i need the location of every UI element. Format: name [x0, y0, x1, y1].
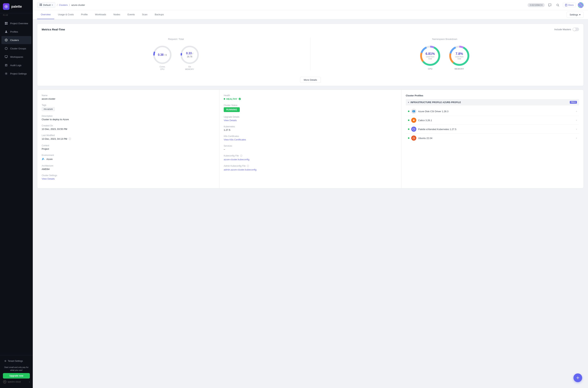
environment-text: Azure: [46, 158, 53, 161]
architecture-row: Architecture AMD64: [42, 165, 215, 170]
settings-button[interactable]: Settings ▾: [566, 12, 584, 18]
sidebar-label-project-settings: Project Settings: [10, 72, 27, 75]
cpu-total: / 8: [164, 54, 167, 56]
ms-azure-tag: ms-azure: [42, 107, 55, 111]
search-button[interactable]: [555, 2, 561, 8]
svg-point-46: [413, 138, 413, 139]
detail-col-2: Health HEALTHY Cluster Status RUNNING: [219, 90, 401, 188]
tab-nodes[interactable]: Nodes: [110, 10, 124, 19]
palette-k8s-chevron-icon: ›: [576, 128, 577, 130]
cluster-status-row: Cluster Status RUNNING: [224, 104, 397, 112]
svg-point-6: [6, 31, 7, 32]
include-masters-switch[interactable]: [572, 27, 579, 31]
name-row: Name azure-cluster: [42, 94, 215, 100]
svg-rect-16: [41, 4, 42, 4]
ns-cpu-donut: 6.81% Used from total: [419, 45, 441, 67]
settings-chevron-icon: ▾: [579, 13, 581, 16]
tab-events[interactable]: Events: [124, 10, 138, 19]
docs-button[interactable]: Docs: [563, 3, 576, 7]
description-label: Description: [42, 115, 215, 117]
sidebar-item-cluster-groups[interactable]: Cluster Groups: [1, 45, 31, 52]
kubeconfig-link[interactable]: azure-cluster.kubeconfig: [224, 158, 397, 161]
cluster-settings-row: Cluster Settings View Details: [42, 174, 215, 180]
tab-usage-costs[interactable]: Usage & Costs: [54, 10, 77, 19]
sidebar-item-project-overview[interactable]: Project Overview: [1, 19, 31, 27]
sidebar-item-project-settings[interactable]: Project Settings: [1, 70, 31, 78]
svg-rect-15: [40, 4, 41, 4]
fab-button[interactable]: [573, 373, 582, 382]
name-label: Name: [42, 94, 215, 97]
workspace-selector[interactable]: Default ▾: [37, 2, 55, 8]
sidebar-collapse-icon[interactable]: ‹: [29, 380, 30, 383]
profile-item-azure-disk[interactable]: Azure Disk CSI Driver 1.28.3 ›: [406, 107, 579, 116]
memory-axis-label: MEMORY: [185, 68, 194, 70]
sidebar-item-workspaces[interactable]: Workspaces: [1, 53, 31, 61]
cluster-groups-icon: [4, 47, 8, 50]
sidebar-item-clusters[interactable]: Clusters: [1, 36, 31, 44]
svg-rect-17: [40, 5, 41, 6]
upgrade-details-link[interactable]: View Details: [224, 119, 397, 122]
include-masters-toggle: Include Masters: [554, 27, 579, 31]
svg-marker-9: [5, 47, 7, 50]
workspace-label: Default: [43, 4, 51, 6]
sidebar-tenant-settings[interactable]: ⚙ Tenant Settings: [3, 358, 30, 364]
description-value: Cluster to deploy to Azure: [42, 118, 215, 121]
cluster-status-label: Cluster Status: [224, 104, 397, 107]
profile-item-ubuntu[interactable]: Ubuntu 22.04 ›: [406, 134, 579, 143]
metrics-title: Metrics Real-Time: [42, 28, 65, 31]
k8s-certs-link[interactable]: View K8s Certificates: [224, 138, 397, 141]
k8s-certs-label: K8s Certificates: [224, 135, 397, 138]
more-details-button[interactable]: More Details: [300, 77, 321, 83]
environment-label: Environment: [42, 154, 215, 156]
more-details-section: More Details: [37, 74, 584, 86]
ns-memory-gauge: 7.8% Used from total MEMORY: [448, 45, 470, 70]
name-value: azure-cluster: [42, 97, 215, 100]
cluster-profiles-section: Cluster Profiles ▾ INFRASTRUCTURE PROFIL…: [406, 94, 579, 143]
admin-kubeconfig-label: Admin Kubeconfig File ⓘ: [224, 165, 397, 168]
audit-logs-icon: [4, 63, 8, 67]
ubuntu-logo: [411, 136, 416, 141]
sidebar-item-audit-logs[interactable]: Audit Logs: [1, 61, 31, 69]
admin-kubeconfig-link[interactable]: admin.azure-cluster.kubeconfig: [224, 168, 397, 171]
environment-row: Environment Azure: [42, 154, 215, 161]
health-row: Health HEALTHY: [224, 94, 397, 100]
metrics-namespace: Namespace Breakdown: [310, 38, 579, 70]
sidebar-item-profiles[interactable]: Profiles: [1, 28, 31, 36]
profile-chevron-icon: ▾: [408, 101, 409, 104]
tab-overview[interactable]: Overview: [37, 10, 54, 19]
kubernetes-label: Kubernetes: [224, 125, 397, 128]
profile-item-palette-k8s[interactable]: Palette eXtended Kubernetes 1.27.5 ›: [406, 125, 579, 134]
upgrade-button[interactable]: Upgrade now: [3, 373, 30, 379]
breadcrumb-clusters-link[interactable]: Clusters: [59, 4, 68, 6]
info-icon: ⓘ: [69, 138, 71, 140]
tab-scan[interactable]: Scan: [138, 10, 151, 19]
architecture-value: AMD64: [42, 168, 215, 170]
calico-name: Calico 3.26.1: [418, 119, 574, 122]
cluster-settings-link[interactable]: View Details: [42, 177, 215, 180]
chat-button[interactable]: [547, 2, 553, 8]
profile-header[interactable]: ▾ INFRASTRUCTURE PROFILE AZURE-PROFILE P…: [406, 99, 579, 105]
app-name: palette: [11, 5, 22, 9]
profile-item-calico[interactable]: Calico 3.26.1 ›: [406, 116, 579, 125]
main-content: Default ▾ / Clusters / azure-cluster 0.6…: [33, 0, 588, 388]
context-value: Project: [42, 147, 215, 150]
tab-workloads[interactable]: Workloads: [91, 10, 110, 19]
workspaces-icon: [4, 55, 8, 59]
sidebar-nav: Project Overview Profiles Clusters Clust…: [0, 18, 33, 355]
user-avatar[interactable]: [578, 2, 584, 8]
k8s-certs-row: K8s Certificates View K8s Certificates: [224, 135, 397, 141]
tab-backups[interactable]: Backups: [151, 10, 167, 19]
palette-k8s-name: Palette eXtended Kubernetes 1.27.5: [418, 128, 574, 131]
palette-k8s-logo: [411, 127, 416, 132]
breadcrumb: Default ▾ / Clusters / azure-cluster: [37, 2, 526, 8]
cpu-axis-label: CPU: [160, 68, 164, 70]
kubeconfig-label: Kubeconfig File ⓘ: [224, 154, 397, 157]
services-row: Services –: [224, 145, 397, 151]
memory-gauge: 0.33 / 16.76: [180, 45, 200, 65]
tab-profile[interactable]: Profile: [77, 10, 91, 19]
svg-marker-42: [413, 128, 415, 130]
ns-memory-donut-center: 7.8% Used from total: [454, 52, 465, 60]
calico-chevron-icon: ›: [576, 119, 577, 121]
kubeconfig-row: Kubeconfig File ⓘ azure-cluster.kubeconf…: [224, 154, 397, 161]
cpu-unit-label: Cores: [160, 66, 165, 68]
